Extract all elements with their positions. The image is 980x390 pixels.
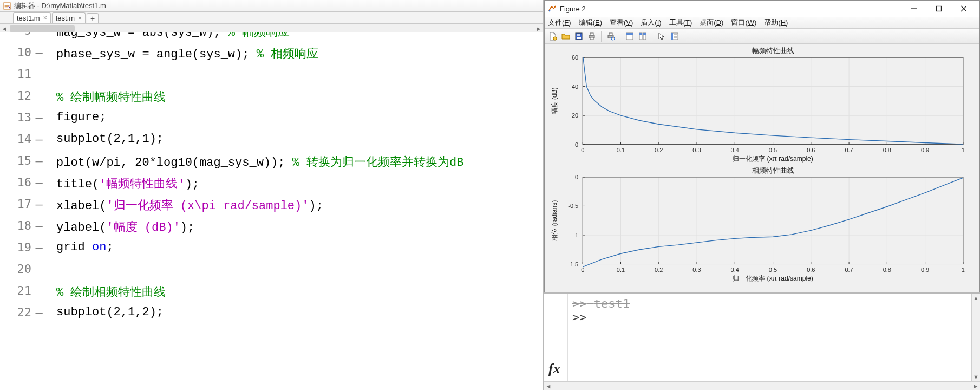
command-lines[interactable]: >> test1 >> xyxy=(568,294,971,381)
save-icon[interactable] xyxy=(573,30,585,42)
scroll-right-icon[interactable]: ► xyxy=(971,382,980,390)
fx-icon[interactable]: fx xyxy=(544,359,567,381)
print-preview-icon[interactable] xyxy=(605,30,617,42)
code-scroll[interactable]: 9—mag_sys_w = abs(sys_w); % 幅频响应10—phase… xyxy=(0,24,543,381)
command-horizontal-scrollbar[interactable]: ◄ ► xyxy=(544,381,980,390)
scroll-down-icon[interactable]: ▼ xyxy=(972,373,980,381)
svg-point-3 xyxy=(553,37,557,40)
close-button[interactable] xyxy=(951,1,976,16)
close-tab-icon[interactable]: × xyxy=(78,15,82,22)
menu-t[interactable]: 工具(T) xyxy=(669,18,692,28)
code-line[interactable]: 16—title('幅频特性曲线'); xyxy=(0,176,543,197)
breakpoint-dash[interactable]: — xyxy=(34,176,44,189)
code-text[interactable]: xlabel('归一化频率 (x\pi rad/sample)'); xyxy=(44,197,323,213)
menu-i[interactable]: 插入(I) xyxy=(641,18,661,28)
command-vertical-scrollbar[interactable]: ▲ ▼ xyxy=(971,294,980,381)
code-text[interactable]: grid on; xyxy=(44,240,114,254)
scroll-right-icon[interactable]: ► xyxy=(534,24,543,33)
breakpoint-dash[interactable]: — xyxy=(34,306,44,319)
open-folder-icon[interactable] xyxy=(560,30,572,42)
line-number: 22 xyxy=(0,306,34,319)
menu-v[interactable]: 查看(V) xyxy=(610,18,633,28)
scrollbar-thumb[interactable] xyxy=(10,25,75,32)
svg-text:0: 0 xyxy=(581,266,584,273)
code-area[interactable]: 9—mag_sys_w = abs(sys_w); % 幅频响应10—phase… xyxy=(0,24,543,390)
command-window: fx >> test1 >> ▲ ▼ ◄ ► xyxy=(544,292,980,390)
pointer-icon[interactable] xyxy=(656,30,668,42)
breakpoint-dash[interactable]: — xyxy=(34,46,44,59)
dock-icon[interactable] xyxy=(624,30,636,42)
code-line[interactable]: 17—xlabel('归一化频率 (x\pi rad/sample)'); xyxy=(0,197,543,219)
svg-text:相位 (radians): 相位 (radians) xyxy=(551,200,558,241)
code-text[interactable]: subplot(2,1,1); xyxy=(44,132,164,146)
minimize-button[interactable] xyxy=(901,1,926,16)
line-number: 17 xyxy=(0,197,34,211)
scroll-left-icon[interactable]: ◄ xyxy=(0,24,9,33)
code-line[interactable]: 19—grid on; xyxy=(0,240,543,262)
code-line[interactable]: 18—ylabel('幅度 (dB)'); xyxy=(0,219,543,240)
add-tab-button[interactable]: + xyxy=(87,13,99,23)
breakpoint-dash[interactable]: — xyxy=(34,197,44,211)
svg-rect-17 xyxy=(639,33,642,35)
toolbar-separator xyxy=(620,31,620,42)
close-tab-icon[interactable]: × xyxy=(43,14,47,22)
code-line[interactable]: 22—subplot(2,1,2); xyxy=(0,306,543,327)
svg-text:0.8: 0.8 xyxy=(883,147,891,153)
editor-tab-strip: test1.m×test.m×+ xyxy=(0,12,543,24)
breakpoint-dash[interactable]: — xyxy=(34,110,44,124)
code-text[interactable]: % 绘制相频特性曲线 xyxy=(44,284,166,300)
menu-h[interactable]: 帮助(H) xyxy=(764,18,788,28)
svg-text:0.5: 0.5 xyxy=(769,147,777,153)
code-text[interactable]: phase_sys_w = angle(sys_w); % 相频响应 xyxy=(44,46,318,62)
tile-icon[interactable] xyxy=(637,30,649,42)
menu-w[interactable]: 窗口(W) xyxy=(731,18,756,28)
line-number: 14 xyxy=(0,132,34,146)
new-file-icon[interactable] xyxy=(547,30,559,42)
svg-rect-9 xyxy=(590,37,593,40)
breakpoint-dash[interactable]: — xyxy=(34,240,44,254)
command-prompt-line[interactable]: >> xyxy=(572,310,967,324)
svg-rect-5 xyxy=(577,37,581,39)
editor-title-bar: 编辑器 - D:\myMatlab\test1.m xyxy=(0,0,543,12)
code-line[interactable]: 11 xyxy=(0,67,543,89)
figure-canvas[interactable]: 00.10.20.30.40.50.60.70.80.910204060幅频特性… xyxy=(545,44,979,292)
scroll-up-icon[interactable]: ▲ xyxy=(972,294,980,302)
code-line[interactable]: 13—figure; xyxy=(0,110,543,132)
code-line[interactable]: 10—phase_sys_w = angle(sys_w); % 相频响应 xyxy=(0,46,543,67)
svg-text:1: 1 xyxy=(962,147,965,153)
svg-rect-14 xyxy=(626,33,633,35)
code-line[interactable]: 14—subplot(2,1,1); xyxy=(0,132,543,154)
editor-horizontal-scrollbar[interactable]: ◄ ► xyxy=(0,24,543,32)
tab-label: test1.m xyxy=(17,14,40,22)
figure-title-bar[interactable]: Figure 2 xyxy=(545,1,979,17)
code-line[interactable]: 15—plot(w/pi, 20*log10(mag_sys_w)); % 转换… xyxy=(0,154,543,176)
code-text[interactable]: subplot(2,1,2); xyxy=(44,306,164,319)
menu-e[interactable]: 编辑(E) xyxy=(579,18,602,28)
code-text[interactable]: title('幅频特性曲线'); xyxy=(44,176,199,192)
code-line[interactable]: 20 xyxy=(0,262,543,284)
link-axes-icon[interactable] xyxy=(669,30,681,42)
code-text[interactable]: ylabel('幅度 (dB)'); xyxy=(44,219,194,235)
print-icon[interactable] xyxy=(586,30,598,42)
code-line[interactable]: 21% 绘制相频特性曲线 xyxy=(0,284,543,306)
svg-text:0.4: 0.4 xyxy=(731,147,739,153)
breakpoint-dash[interactable]: — xyxy=(34,154,44,167)
scroll-left-icon[interactable]: ◄ xyxy=(544,382,553,390)
maximize-button[interactable] xyxy=(926,1,951,16)
menu-d[interactable]: 桌面(D) xyxy=(700,18,723,28)
svg-rect-6 xyxy=(577,34,580,36)
code-text[interactable]: figure; xyxy=(44,110,106,124)
code-text[interactable]: plot(w/pi, 20*log10(mag_sys_w)); % 转换为归一… xyxy=(44,154,463,170)
code-text[interactable]: % 绘制幅频特性曲线 xyxy=(44,89,166,105)
line-number: 11 xyxy=(0,67,34,81)
editor-title-text: 编辑器 - D:\myMatlab\test1.m xyxy=(14,1,106,11)
svg-text:相频特性曲线: 相频特性曲线 xyxy=(752,166,794,174)
menu-f[interactable]: 文件(F) xyxy=(548,18,571,28)
breakpoint-dash[interactable]: — xyxy=(34,219,44,232)
breakpoint-dash[interactable]: — xyxy=(34,132,44,146)
code-line[interactable]: 12% 绘制幅频特性曲线 xyxy=(0,89,543,110)
editor-tab[interactable]: test1.m× xyxy=(13,12,51,23)
editor-tab[interactable]: test.m× xyxy=(52,12,86,23)
svg-rect-85 xyxy=(583,177,963,264)
toolbar-separator xyxy=(652,31,652,42)
